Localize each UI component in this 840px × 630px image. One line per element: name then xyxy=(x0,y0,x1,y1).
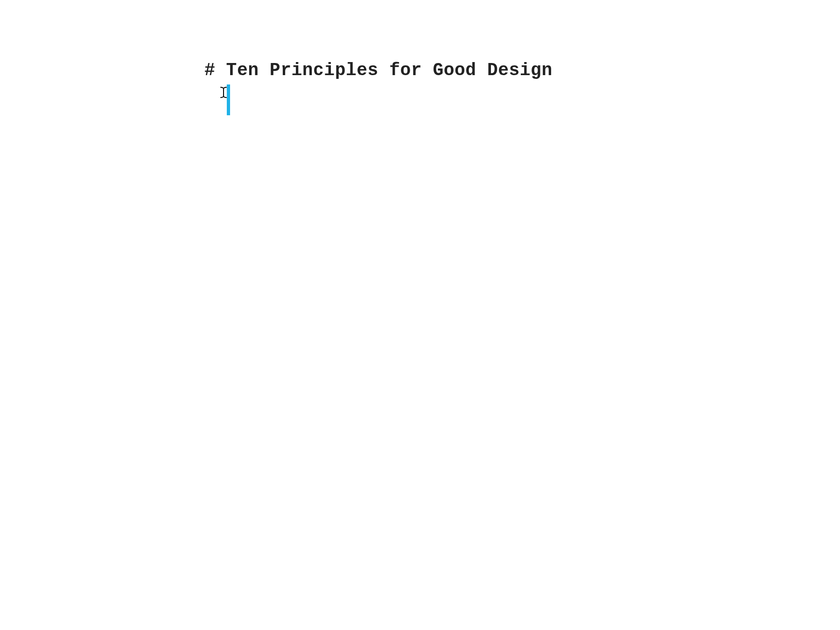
editor-area[interactable]: # Ten Principles for Good Design xyxy=(204,59,764,115)
heading-line[interactable]: # Ten Principles for Good Design xyxy=(204,59,764,82)
text-caret xyxy=(227,84,230,115)
cursor-line[interactable] xyxy=(204,84,764,115)
